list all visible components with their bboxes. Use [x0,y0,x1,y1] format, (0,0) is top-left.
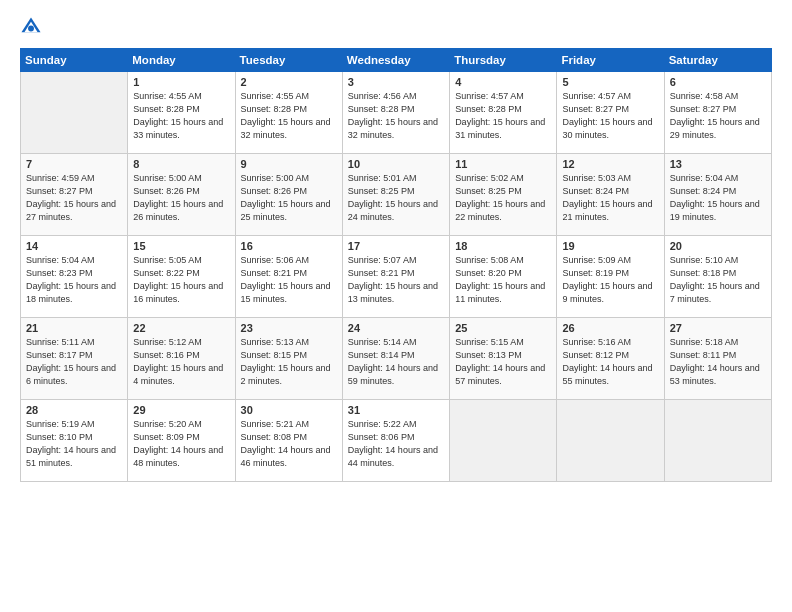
day-info: Sunrise: 4:57 AMSunset: 8:28 PMDaylight:… [455,90,551,142]
day-number: 17 [348,240,444,252]
header-cell-friday: Friday [557,49,664,72]
day-info: Sunrise: 5:18 AMSunset: 8:11 PMDaylight:… [670,336,766,388]
day-number: 3 [348,76,444,88]
day-info: Sunrise: 5:10 AMSunset: 8:18 PMDaylight:… [670,254,766,306]
day-info: Sunrise: 5:00 AMSunset: 8:26 PMDaylight:… [133,172,229,224]
day-info: Sunrise: 5:05 AMSunset: 8:22 PMDaylight:… [133,254,229,306]
day-number: 20 [670,240,766,252]
header-cell-tuesday: Tuesday [235,49,342,72]
day-cell [450,400,557,482]
day-info: Sunrise: 5:02 AMSunset: 8:25 PMDaylight:… [455,172,551,224]
header [20,16,772,38]
day-number: 12 [562,158,658,170]
logo-icon [20,16,42,38]
day-cell: 17Sunrise: 5:07 AMSunset: 8:21 PMDayligh… [342,236,449,318]
day-cell: 31Sunrise: 5:22 AMSunset: 8:06 PMDayligh… [342,400,449,482]
day-cell: 4Sunrise: 4:57 AMSunset: 8:28 PMDaylight… [450,72,557,154]
day-cell: 19Sunrise: 5:09 AMSunset: 8:19 PMDayligh… [557,236,664,318]
day-number: 31 [348,404,444,416]
day-info: Sunrise: 5:15 AMSunset: 8:13 PMDaylight:… [455,336,551,388]
week-row-2: 14Sunrise: 5:04 AMSunset: 8:23 PMDayligh… [21,236,772,318]
day-number: 4 [455,76,551,88]
day-info: Sunrise: 5:20 AMSunset: 8:09 PMDaylight:… [133,418,229,470]
day-number: 22 [133,322,229,334]
day-number: 5 [562,76,658,88]
day-cell: 21Sunrise: 5:11 AMSunset: 8:17 PMDayligh… [21,318,128,400]
calendar-table: SundayMondayTuesdayWednesdayThursdayFrid… [20,48,772,482]
day-info: Sunrise: 5:16 AMSunset: 8:12 PMDaylight:… [562,336,658,388]
day-info: Sunrise: 5:04 AMSunset: 8:23 PMDaylight:… [26,254,122,306]
day-info: Sunrise: 5:04 AMSunset: 8:24 PMDaylight:… [670,172,766,224]
day-number: 15 [133,240,229,252]
day-info: Sunrise: 5:14 AMSunset: 8:14 PMDaylight:… [348,336,444,388]
day-cell: 13Sunrise: 5:04 AMSunset: 8:24 PMDayligh… [664,154,771,236]
header-cell-monday: Monday [128,49,235,72]
day-info: Sunrise: 5:09 AMSunset: 8:19 PMDaylight:… [562,254,658,306]
day-info: Sunrise: 5:07 AMSunset: 8:21 PMDaylight:… [348,254,444,306]
day-cell: 22Sunrise: 5:12 AMSunset: 8:16 PMDayligh… [128,318,235,400]
day-cell: 6Sunrise: 4:58 AMSunset: 8:27 PMDaylight… [664,72,771,154]
day-cell: 2Sunrise: 4:55 AMSunset: 8:28 PMDaylight… [235,72,342,154]
day-info: Sunrise: 4:58 AMSunset: 8:27 PMDaylight:… [670,90,766,142]
day-info: Sunrise: 5:01 AMSunset: 8:25 PMDaylight:… [348,172,444,224]
week-row-0: 1Sunrise: 4:55 AMSunset: 8:28 PMDaylight… [21,72,772,154]
day-info: Sunrise: 5:12 AMSunset: 8:16 PMDaylight:… [133,336,229,388]
day-cell: 14Sunrise: 5:04 AMSunset: 8:23 PMDayligh… [21,236,128,318]
day-cell: 11Sunrise: 5:02 AMSunset: 8:25 PMDayligh… [450,154,557,236]
day-cell: 25Sunrise: 5:15 AMSunset: 8:13 PMDayligh… [450,318,557,400]
day-info: Sunrise: 4:57 AMSunset: 8:27 PMDaylight:… [562,90,658,142]
day-cell: 1Sunrise: 4:55 AMSunset: 8:28 PMDaylight… [128,72,235,154]
day-cell: 16Sunrise: 5:06 AMSunset: 8:21 PMDayligh… [235,236,342,318]
day-number: 29 [133,404,229,416]
day-cell: 5Sunrise: 4:57 AMSunset: 8:27 PMDaylight… [557,72,664,154]
day-number: 13 [670,158,766,170]
day-cell: 15Sunrise: 5:05 AMSunset: 8:22 PMDayligh… [128,236,235,318]
day-number: 16 [241,240,337,252]
day-info: Sunrise: 4:55 AMSunset: 8:28 PMDaylight:… [133,90,229,142]
day-number: 1 [133,76,229,88]
week-row-1: 7Sunrise: 4:59 AMSunset: 8:27 PMDaylight… [21,154,772,236]
day-number: 25 [455,322,551,334]
day-number: 10 [348,158,444,170]
header-cell-thursday: Thursday [450,49,557,72]
day-number: 2 [241,76,337,88]
day-cell: 3Sunrise: 4:56 AMSunset: 8:28 PMDaylight… [342,72,449,154]
svg-point-2 [28,26,34,32]
day-info: Sunrise: 5:19 AMSunset: 8:10 PMDaylight:… [26,418,122,470]
day-cell: 8Sunrise: 5:00 AMSunset: 8:26 PMDaylight… [128,154,235,236]
day-number: 23 [241,322,337,334]
day-info: Sunrise: 4:56 AMSunset: 8:28 PMDaylight:… [348,90,444,142]
day-number: 6 [670,76,766,88]
day-cell: 7Sunrise: 4:59 AMSunset: 8:27 PMDaylight… [21,154,128,236]
day-info: Sunrise: 5:21 AMSunset: 8:08 PMDaylight:… [241,418,337,470]
day-info: Sunrise: 4:55 AMSunset: 8:28 PMDaylight:… [241,90,337,142]
day-number: 27 [670,322,766,334]
day-number: 30 [241,404,337,416]
day-cell [557,400,664,482]
header-cell-wednesday: Wednesday [342,49,449,72]
day-info: Sunrise: 5:06 AMSunset: 8:21 PMDaylight:… [241,254,337,306]
header-row: SundayMondayTuesdayWednesdayThursdayFrid… [21,49,772,72]
day-info: Sunrise: 5:08 AMSunset: 8:20 PMDaylight:… [455,254,551,306]
day-number: 14 [26,240,122,252]
day-cell: 30Sunrise: 5:21 AMSunset: 8:08 PMDayligh… [235,400,342,482]
day-cell: 23Sunrise: 5:13 AMSunset: 8:15 PMDayligh… [235,318,342,400]
day-cell [21,72,128,154]
day-cell: 28Sunrise: 5:19 AMSunset: 8:10 PMDayligh… [21,400,128,482]
day-cell [664,400,771,482]
day-info: Sunrise: 4:59 AMSunset: 8:27 PMDaylight:… [26,172,122,224]
day-cell: 10Sunrise: 5:01 AMSunset: 8:25 PMDayligh… [342,154,449,236]
day-info: Sunrise: 5:22 AMSunset: 8:06 PMDaylight:… [348,418,444,470]
day-number: 7 [26,158,122,170]
day-cell: 26Sunrise: 5:16 AMSunset: 8:12 PMDayligh… [557,318,664,400]
day-number: 18 [455,240,551,252]
day-cell: 20Sunrise: 5:10 AMSunset: 8:18 PMDayligh… [664,236,771,318]
day-info: Sunrise: 5:11 AMSunset: 8:17 PMDaylight:… [26,336,122,388]
day-cell: 27Sunrise: 5:18 AMSunset: 8:11 PMDayligh… [664,318,771,400]
logo [20,16,46,38]
day-cell: 18Sunrise: 5:08 AMSunset: 8:20 PMDayligh… [450,236,557,318]
header-cell-sunday: Sunday [21,49,128,72]
header-cell-saturday: Saturday [664,49,771,72]
day-info: Sunrise: 5:13 AMSunset: 8:15 PMDaylight:… [241,336,337,388]
day-number: 26 [562,322,658,334]
